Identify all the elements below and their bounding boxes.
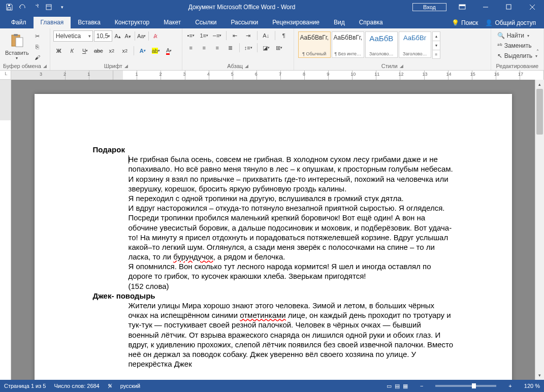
copy-icon[interactable]: ⎘ [33, 42, 42, 51]
redo-icon[interactable] [31, 3, 40, 11]
ribbon-tabs: Файл Главная Вставка Конструктор Макет С… [0, 14, 544, 28]
tab-selector[interactable]: └ [0, 71, 11, 80]
document-page[interactable]: Подарок Не грибная была осень, совсем не… [35, 94, 512, 380]
bold-button[interactable]: Ж [53, 46, 65, 56]
line-spacing-icon[interactable]: ↕≡▾ [243, 43, 254, 53]
tab-review[interactable]: Рецензирование [265, 17, 327, 28]
font-size-select[interactable]: 10,5 [94, 30, 112, 42]
tab-view[interactable]: Вид [327, 17, 352, 28]
language-indicator[interactable]: русский [120, 383, 140, 389]
word-count[interactable]: Число слов: 2684 [54, 383, 99, 389]
group-font: Helvetica 10,5 A▴ A▾ Aa▾ A̷ Ж К Ч▾ abc x… [50, 28, 182, 70]
status-bar: Страница 1 из 5 Число слов: 2684 ✎̸ русс… [0, 380, 544, 392]
text-effects-icon[interactable]: A▾ [137, 46, 148, 56]
tab-file[interactable]: Файл [4, 17, 34, 28]
numbering-icon[interactable]: 1≡▾ [199, 30, 210, 41]
show-marks-icon[interactable]: ¶ [278, 30, 290, 41]
undo-icon[interactable] [18, 3, 26, 11]
print-layout-icon[interactable]: ▤ [395, 383, 400, 389]
collapse-ribbon-icon[interactable]: ˄ [533, 47, 542, 56]
svg-rect-11 [14, 34, 18, 36]
scroll-thumb[interactable] [536, 89, 543, 135]
align-left-icon[interactable]: ≡ [185, 43, 197, 53]
strikethrough-button[interactable]: abc [93, 46, 104, 56]
tab-mailings[interactable]: Рассылки [223, 17, 265, 28]
clear-formatting-icon[interactable]: A̷ [151, 31, 160, 41]
close-button[interactable] [521, 0, 544, 14]
web-layout-icon[interactable]: ▦ [403, 383, 408, 389]
format-painter-icon[interactable]: 🖌 [33, 53, 42, 62]
bullets-icon[interactable]: •≡▾ [185, 30, 197, 41]
share-icon: 👤 [485, 19, 493, 26]
multilevel-list-icon[interactable]: ⎼≡▾ [212, 30, 223, 41]
dialog-launcher-icon[interactable]: ◢ [400, 63, 403, 69]
title-bar: ▾ Документ Microsoft Office Word - Word … [0, 0, 544, 14]
group-clipboard: Вставить▾ ✂ ⎘ 🖌 Буфер обмена◢ [0, 28, 50, 70]
align-center-icon[interactable]: ≡ [199, 43, 210, 53]
shading-icon[interactable]: ◪▾ [261, 43, 272, 53]
italic-button[interactable]: К [67, 46, 78, 56]
align-right-icon[interactable]: ≡ [212, 43, 223, 53]
zoom-slider[interactable] [435, 385, 496, 387]
superscript-button[interactable]: x2 [119, 46, 131, 56]
tab-layout[interactable]: Макет [156, 17, 188, 28]
tab-insert[interactable]: Вставка [71, 17, 108, 28]
tab-references[interactable]: Ссылки [188, 17, 223, 28]
style-normal[interactable]: АаБбВвГг,¶ Обычный [298, 31, 331, 58]
body-text: Я опомнился. Вон сколько тут лесного нар… [129, 262, 454, 281]
zoom-level[interactable]: 120 % [524, 383, 540, 389]
highlight-icon[interactable]: ab▾ [150, 46, 162, 56]
zoom-out-button[interactable]: − [420, 383, 423, 389]
tell-me-search[interactable]: 💡Поиск [452, 19, 478, 26]
grow-font-icon[interactable]: A▴ [113, 31, 122, 41]
scroll-down-icon[interactable]: ▾ [535, 371, 544, 380]
paste-button[interactable]: Вставить▾ [3, 30, 31, 62]
find-button[interactable]: 🔍Найти▾ [496, 31, 538, 40]
tab-design[interactable]: Конструктор [108, 17, 156, 28]
zoom-in-button[interactable]: + [508, 383, 511, 389]
increase-indent-icon[interactable]: ⇥ [243, 30, 254, 41]
change-case-icon[interactable]: Aa▾ [137, 31, 146, 41]
dialog-launcher-icon[interactable]: ◢ [43, 63, 47, 69]
share-button[interactable]: 👤Общий доступ [485, 19, 536, 26]
minimize-button[interactable] [474, 0, 497, 14]
svg-rect-2 [46, 5, 51, 10]
subscript-button[interactable]: x2 [106, 46, 117, 56]
lightbulb-icon: 💡 [452, 19, 459, 26]
style-heading2[interactable]: АаБбВгЗаголово… [399, 31, 431, 58]
font-color-icon[interactable]: A▾ [164, 46, 175, 56]
save-icon[interactable] [5, 3, 13, 11]
scroll-up-icon[interactable]: ▴ [535, 80, 544, 89]
style-no-spacing[interactable]: АаБбВвГг,¶ Без инте… [332, 31, 364, 58]
ruler-bar: └ 3211234567891011121314151617 [0, 71, 544, 80]
style-heading1[interactable]: АаБбВЗаголово… [365, 31, 398, 58]
tab-home[interactable]: Главная [34, 17, 71, 28]
underline-button[interactable]: Ч▾ [80, 46, 91, 56]
cut-icon[interactable]: ✂ [33, 31, 42, 41]
qat-customize-icon[interactable]: ▾ [58, 3, 66, 11]
justify-icon[interactable]: ≣ [225, 43, 236, 53]
qat-item-icon[interactable] [45, 3, 53, 11]
tab-help[interactable]: Справка [352, 17, 390, 28]
font-name-select[interactable]: Helvetica [53, 30, 93, 42]
spellcheck-icon[interactable]: ✎̸ [108, 383, 112, 389]
shrink-font-icon[interactable]: A▾ [123, 31, 133, 41]
maximize-button[interactable] [497, 0, 521, 14]
dialog-launcher-icon[interactable]: ◢ [245, 63, 248, 69]
read-mode-icon[interactable]: ▭ [387, 383, 392, 389]
replace-button[interactable]: ᵃᵇЗаменить [496, 42, 538, 50]
decrease-indent-icon[interactable]: ⇤ [230, 30, 241, 41]
horizontal-ruler[interactable]: 3211234567891011121314151617 [11, 71, 544, 80]
login-button[interactable]: Вход [412, 3, 446, 11]
borders-icon[interactable]: ⊞▾ [274, 43, 285, 53]
select-button[interactable]: ↖Выделить▾ [496, 52, 538, 60]
vertical-scrollbar[interactable]: ▴ ▾ [535, 80, 544, 380]
style-gallery-scroll[interactable]: ▴▾≡ [432, 31, 440, 61]
ribbon-display-icon[interactable] [451, 0, 474, 14]
window-title: Документ Microsoft Office Word - Word [71, 4, 412, 11]
dialog-launcher-icon[interactable]: ◢ [124, 63, 128, 69]
page-indicator[interactable]: Страница 1 из 5 [4, 383, 46, 389]
vertical-ruler[interactable] [0, 80, 11, 380]
replace-icon: ᵃᵇ [497, 42, 502, 49]
sort-icon[interactable]: A↓ [261, 30, 272, 41]
